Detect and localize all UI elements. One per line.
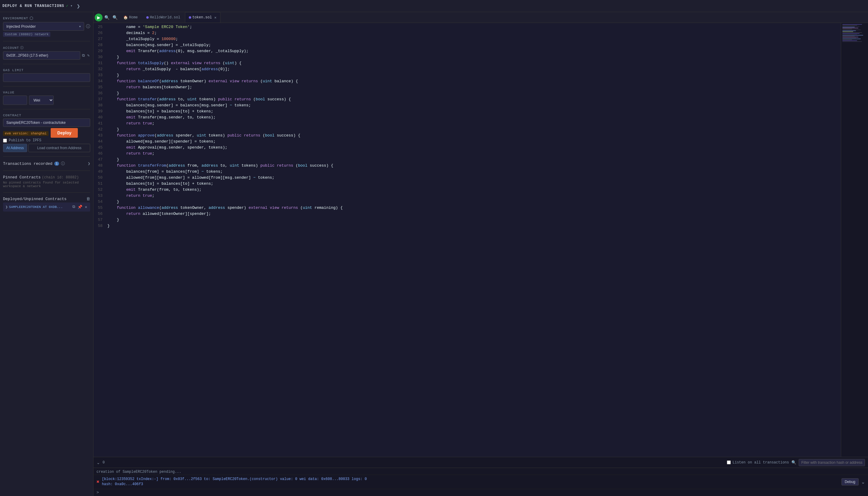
value-unit-select[interactable]: Wei Gwei Finney Ether: [29, 95, 54, 105]
run-button[interactable]: ▶: [95, 14, 103, 21]
line-number: 28: [93, 42, 107, 48]
line-number: 29: [93, 48, 107, 54]
contract-item-expand-icon[interactable]: ❯: [5, 205, 8, 210]
code-line-49: 49 balances[from] = balances[from] − tok…: [93, 169, 841, 175]
tab-helloworld[interactable]: HelloWorld.sol: [143, 12, 184, 22]
collapse-panel-button[interactable]: ⌄: [96, 460, 100, 465]
gas-limit-section: GAS LIMIT 3000000: [3, 68, 90, 82]
account-select-wrapper: 0x03f...2F563 (17.5 ether): [3, 51, 80, 60]
line-number: 48: [93, 163, 107, 169]
code-line-39: 39 balances[to] = balances[to] + tokens;: [93, 108, 841, 114]
tab-bar: ▶ 🔍 🔍 🏠 Home HelloWorld.sol token.sol ✕: [93, 12, 868, 23]
code-line-34: 34 function balanceOf(address tokenOwner…: [93, 78, 841, 84]
load-contract-button[interactable]: Load contract from Address: [28, 144, 90, 152]
clear-deployed-icon[interactable]: 🗑: [86, 197, 90, 201]
tx-error-icon: ✖: [96, 479, 100, 485]
line-number: 43: [93, 133, 107, 139]
code-line-42: 42 }: [93, 127, 841, 133]
edit-account-icon[interactable]: ✎: [87, 52, 90, 59]
helloworld-tab-label: HelloWorld.sol: [150, 15, 180, 19]
mini-line: [842, 37, 858, 37]
code-line-37: 37 function transfer(address to, uint to…: [93, 96, 841, 103]
tab-home[interactable]: 🏠 Home: [119, 12, 142, 22]
line-code: }: [107, 223, 841, 229]
line-number: 35: [93, 84, 107, 90]
line-code: }: [107, 127, 841, 133]
chevron-down-icon: ▾: [70, 4, 73, 8]
contract-remove-icon[interactable]: ✕: [84, 204, 88, 210]
copy-account-icon[interactable]: ⧉: [81, 53, 85, 59]
contract-item-name: SAMPLEERC20TOKEN AT 0XDB...: [9, 205, 71, 209]
line-number: 39: [93, 108, 107, 114]
line-number: 41: [93, 121, 107, 127]
contract-copy-icon[interactable]: ⧉: [72, 204, 76, 210]
mini-line: [842, 27, 855, 27]
mini-line: [842, 30, 861, 30]
transactions-row[interactable]: Transactions recorded 1 ⓘ ❯: [3, 161, 90, 166]
listen-row: Listen on all transactions: [727, 461, 789, 465]
sidebar: ENVIRONMENT ⬡ Injected Provider Remix VM…: [0, 12, 93, 496]
environment-info-icon: ⬡: [30, 16, 33, 21]
evm-badge: evm version: shanghai: [3, 131, 48, 136]
publish-ipfs-checkbox[interactable]: [3, 139, 7, 142]
line-number: 45: [93, 145, 107, 151]
deployed-title-row: Deployed/Unpinned Contracts 🗑: [3, 197, 90, 201]
contract-label: CONTRACT: [3, 113, 90, 117]
home-tab-icon: 🏠: [123, 15, 128, 20]
code-line-35: 35 return balances[tokenOwner];: [93, 84, 841, 90]
code-line-41: 41 return true;: [93, 121, 841, 127]
expand-panel-button[interactable]: ❯: [75, 3, 81, 9]
line-number: 49: [93, 169, 107, 175]
environment-help-icon[interactable]: ⓘ: [86, 24, 90, 29]
contract-pin-icon[interactable]: 📌: [77, 204, 83, 210]
code-line-26: 26 decimals = 2;: [93, 30, 841, 36]
transactions-info-icon[interactable]: ⓘ: [61, 161, 65, 166]
debug-button[interactable]: Debug: [841, 478, 859, 485]
mini-line: [842, 36, 855, 36]
token-tab-close-icon[interactable]: ✕: [214, 15, 216, 20]
at-address-button[interactable]: At Address: [3, 144, 27, 152]
line-number: 32: [93, 66, 107, 72]
line-code: name = 'Sample ERC20 Token';: [107, 24, 841, 30]
code-line-33: 33 }: [93, 72, 841, 78]
line-code: balances[to] = balances[to] + tokens;: [107, 108, 841, 114]
gas-limit-input[interactable]: 3000000: [3, 73, 90, 82]
line-code: decimals = 2;: [107, 30, 841, 36]
environment-select[interactable]: Injected Provider Remix VM Hardhat Provi…: [3, 22, 84, 31]
code-line-38: 38 balances[msg.sender] = balances[msg.s…: [93, 103, 841, 108]
mini-line: [842, 26, 859, 27]
token-tab-label: token.sol: [192, 15, 212, 19]
line-code: balances[from] = balances[from] − tokens…: [107, 169, 841, 175]
line-number: 25: [93, 24, 107, 30]
bottom-toolbar: ⌄ 0 Listen on all transactions 🔍: [93, 457, 868, 468]
account-info-icon[interactable]: ⓘ: [20, 46, 24, 50]
contract-select[interactable]: SampleERC20Token - contracts/toke: [3, 119, 90, 127]
line-number: 47: [93, 157, 107, 163]
line-number: 27: [93, 36, 107, 42]
line-number: 38: [93, 103, 107, 108]
code-line-28: 28 balances[msg.sender] = _totalSupply;: [93, 42, 841, 48]
code-line-30: 30 }: [93, 54, 841, 60]
filter-input[interactable]: [799, 459, 865, 466]
line-number: 44: [93, 139, 107, 145]
tab-token[interactable]: token.sol ✕: [185, 12, 221, 22]
mini-line: [842, 38, 856, 38]
value-label: VALUE: [3, 91, 90, 94]
line-number: 58: [93, 223, 107, 229]
listen-all-tx-checkbox[interactable]: [727, 461, 731, 464]
line-number: 54: [93, 199, 107, 205]
deploy-button[interactable]: Deploy: [51, 128, 78, 138]
code-line-52: 52 emit Transfer(from, to, tokens);: [93, 187, 841, 193]
value-input[interactable]: 0: [3, 95, 27, 105]
check-icon: ✓: [66, 4, 69, 8]
expand-tx-button[interactable]: ⌄: [861, 479, 865, 485]
line-number: 31: [93, 60, 107, 66]
deployed-contract-item: ❯ SAMPLEERC20TOKEN AT 0XDB... ⧉ 📌 ✕: [3, 202, 90, 212]
zoom-out-button[interactable]: 🔍: [111, 14, 119, 20]
tx-text: [block:12359352 txIndex:-] from: 0x03f..…: [102, 477, 839, 487]
zoom-in-button[interactable]: 🔍: [103, 14, 111, 20]
divider-6: [3, 171, 90, 171]
environment-select-wrapper: Injected Provider Remix VM Hardhat Provi…: [3, 22, 90, 31]
account-select[interactable]: 0x03f...2F563 (17.5 ether): [3, 51, 80, 60]
mini-line: [842, 41, 862, 42]
